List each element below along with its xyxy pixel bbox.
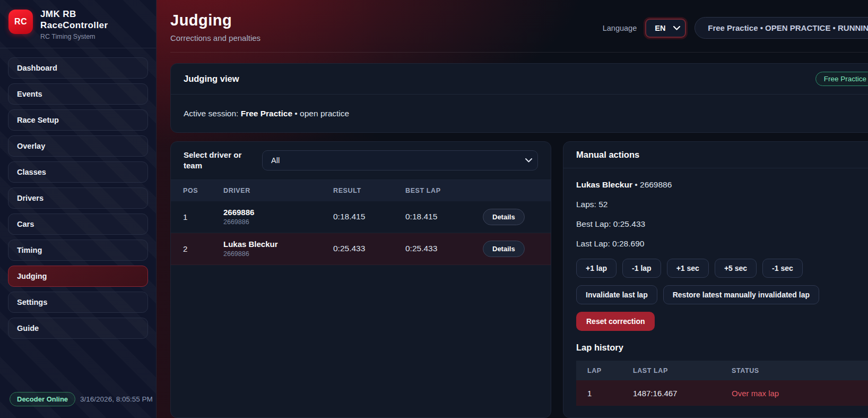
driver-select-label: Select driver or team bbox=[184, 150, 250, 172]
row-driver: Lukas Bleckur 2669886 bbox=[223, 240, 333, 258]
table-row-selected[interactable]: 2 Lukas Bleckur 2669886 0:25.433 0:25.43… bbox=[171, 233, 551, 265]
plus-1-sec-button[interactable]: +1 sec bbox=[667, 259, 709, 278]
sidebar: RC JMK RB RaceController RC Timing Syste… bbox=[0, 0, 157, 418]
driver-table: POS DRIVER RESULT BEST LAP 1 2669886 266… bbox=[171, 180, 551, 265]
invalidate-last-lap-button[interactable]: Invalidate last lap bbox=[576, 285, 657, 304]
driver-transponder: 2669886 bbox=[223, 250, 333, 258]
plus-5-sec-button[interactable]: +5 sec bbox=[715, 259, 757, 278]
page-header-titles: Judging Corrections and penalties bbox=[170, 12, 261, 42]
driver-table-header: POS DRIVER RESULT BEST LAP bbox=[171, 180, 551, 201]
sidebar-item-events[interactable]: Events bbox=[8, 83, 148, 105]
reset-correction-button[interactable]: Reset correction bbox=[576, 312, 655, 331]
footer-timestamp: 3/16/2026, 8:05:55 PM bbox=[80, 395, 153, 403]
lap-history-header: LAP LAST LAP STATUS bbox=[576, 361, 868, 380]
row-pos: 2 bbox=[183, 244, 223, 253]
header-controls: Language EN Free Practice • OPEN PRACTIC… bbox=[603, 17, 868, 39]
row-pos: 1 bbox=[183, 212, 223, 221]
sidebar-item-classes[interactable]: Classes bbox=[8, 161, 148, 183]
app-subtitle: RC Timing System bbox=[40, 33, 108, 40]
driver-select-row: Select driver or team All bbox=[171, 142, 551, 180]
col-status: STATUS bbox=[732, 367, 868, 374]
col-result: RESULT bbox=[333, 187, 405, 194]
page-title: Judging bbox=[170, 12, 261, 29]
details-button[interactable]: Details bbox=[483, 241, 525, 257]
app-title-line2: RaceController bbox=[40, 20, 108, 31]
lap-time: 1487:16.467 bbox=[633, 389, 732, 398]
judging-view-title: Judging view bbox=[184, 74, 239, 84]
main-area: Judging Corrections and penalties Langua… bbox=[157, 0, 868, 418]
row-result: 0:18.415 bbox=[333, 212, 405, 221]
active-session-suffix: • open practice bbox=[292, 109, 349, 118]
judging-view-card: Judging view Free Practice Active sessio… bbox=[170, 63, 868, 133]
page-subtitle: Corrections and penalties bbox=[170, 33, 261, 42]
session-badge: Free Practice bbox=[815, 72, 868, 86]
sidebar-item-guide[interactable]: Guide bbox=[8, 318, 148, 339]
sidebar-item-race-setup[interactable]: Race Setup bbox=[8, 109, 148, 131]
driver-transponder: 2669886 bbox=[223, 218, 333, 226]
decoder-status-badge: Decoder Online bbox=[10, 392, 75, 406]
minus-1-sec-button[interactable]: -1 sec bbox=[762, 259, 803, 278]
manual-actions-title: Manual actions bbox=[576, 150, 639, 160]
manual-actions-card: Manual actions Lukas Bleckur • 2669886 L… bbox=[563, 141, 868, 418]
active-session-name: Free Practice bbox=[241, 109, 292, 118]
sidebar-item-drivers[interactable]: Drivers bbox=[8, 187, 148, 209]
sidebar-item-overlay[interactable]: Overlay bbox=[8, 135, 148, 157]
best-lap-line: Best Lap: 0:25.433 bbox=[576, 219, 868, 229]
driver-select[interactable]: All bbox=[262, 150, 538, 170]
row-best-lap: 0:25.433 bbox=[405, 244, 483, 253]
sidebar-footer: Decoder Online 3/16/2026, 8:05:55 PM bbox=[0, 383, 156, 418]
driver-select-wrap: All bbox=[262, 150, 538, 170]
row-result: 0:25.433 bbox=[333, 244, 405, 253]
header-divider bbox=[170, 52, 868, 53]
laps-line: Laps: 52 bbox=[576, 200, 868, 209]
sidebar-item-timing[interactable]: Timing bbox=[8, 240, 148, 261]
selected-driver-name: Lukas Bleckur bbox=[576, 180, 632, 189]
quick-action-buttons: +1 lap -1 lap +1 sec +5 sec -1 sec bbox=[576, 259, 868, 278]
lap-validity-buttons: Invalidate last lap Restore latest manua… bbox=[576, 285, 868, 304]
language-label: Language bbox=[603, 24, 637, 32]
active-session-prefix: Active session: bbox=[184, 109, 241, 118]
language-select[interactable]: EN bbox=[645, 19, 686, 38]
manual-actions-body: Lukas Bleckur • 2669886 Laps: 52 Best La… bbox=[563, 168, 868, 417]
sidebar-item-settings[interactable]: Settings bbox=[8, 292, 148, 313]
app-root: RC JMK RB RaceController RC Timing Syste… bbox=[0, 0, 868, 418]
app-logo-icon: RC bbox=[8, 10, 33, 34]
app-title-block: JMK RB RaceController RC Timing System bbox=[40, 8, 108, 40]
col-driver: DRIVER bbox=[223, 187, 333, 194]
col-pos: POS bbox=[183, 187, 223, 194]
driver-name: Lukas Bleckur bbox=[223, 240, 333, 249]
col-best-lap: BEST LAP bbox=[405, 187, 483, 194]
table-row[interactable]: 1 2669886 2669886 0:18.415 0:18.415 Deta… bbox=[171, 201, 551, 233]
sidebar-item-judging[interactable]: Judging bbox=[8, 266, 148, 287]
plus-1-lap-button[interactable]: +1 lap bbox=[576, 259, 617, 278]
manual-actions-header: Manual actions bbox=[563, 142, 868, 168]
last-lap-line: Last Lap: 0:28.690 bbox=[576, 239, 868, 249]
sidebar-item-cars[interactable]: Cars bbox=[8, 214, 148, 235]
col-last-lap: LAST LAP bbox=[633, 367, 732, 374]
selected-driver-line: Lukas Bleckur • 2669886 bbox=[576, 180, 868, 190]
page-header: Judging Corrections and penalties Langua… bbox=[170, 12, 868, 52]
minus-1-lap-button[interactable]: -1 lap bbox=[622, 259, 661, 278]
row-driver: 2669886 2669886 bbox=[223, 208, 333, 226]
lap-history-table: LAP LAST LAP STATUS 1 1487:16.467 Over m… bbox=[576, 361, 868, 406]
lap-status: Over max lap bbox=[732, 389, 868, 398]
row-best-lap: 0:18.415 bbox=[405, 212, 483, 221]
lap-number: 1 bbox=[587, 389, 633, 398]
driver-name: 2669886 bbox=[223, 208, 333, 217]
sidebar-item-dashboard[interactable]: Dashboard bbox=[8, 57, 148, 79]
app-logo-block: RC JMK RB RaceController RC Timing Syste… bbox=[0, 0, 156, 48]
judging-view-header: Judging view Free Practice bbox=[171, 64, 868, 95]
lap-history-title: Lap history bbox=[576, 343, 868, 353]
lap-history-row: 1 1487:16.467 Over max lap bbox=[576, 380, 868, 406]
restore-invalidated-lap-button[interactable]: Restore latest manually invalidated lap bbox=[663, 285, 819, 304]
sidebar-nav: Dashboard Events Race Setup Overlay Clas… bbox=[0, 48, 156, 348]
language-select-wrap: EN bbox=[645, 19, 686, 38]
col-lap: LAP bbox=[587, 367, 633, 374]
active-session-line: Active session: Free Practice • open pra… bbox=[171, 95, 868, 133]
selected-driver-number: • 2669886 bbox=[632, 180, 672, 189]
session-status-pill: Free Practice • OPEN PRACTICE • RUNNING bbox=[695, 17, 868, 39]
app-title-line1: JMK RB bbox=[40, 8, 108, 20]
details-button[interactable]: Details bbox=[483, 209, 525, 225]
driver-panel-card: Select driver or team All bbox=[170, 141, 551, 418]
